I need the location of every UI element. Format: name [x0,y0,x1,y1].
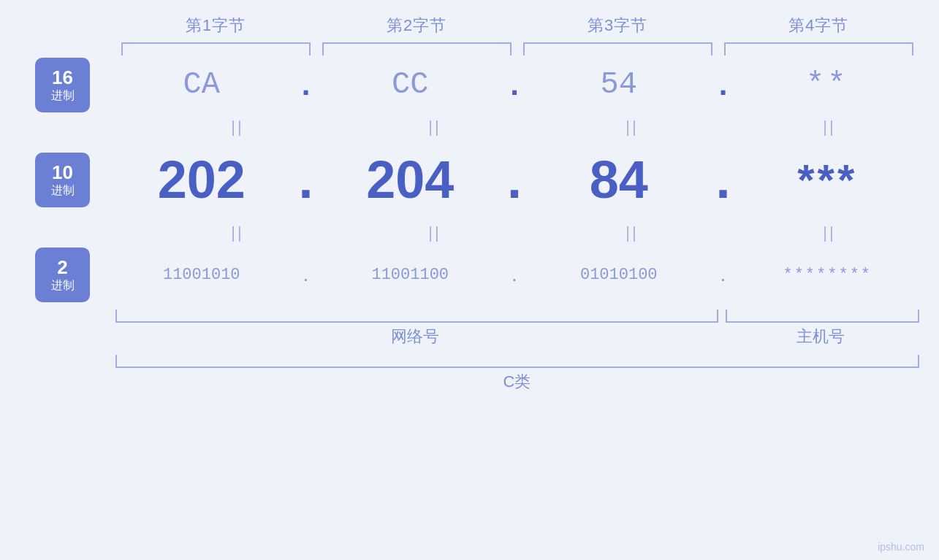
dec-val-4: *** [797,156,857,204]
eq-sign-7: || [626,223,638,242]
eq-cell-6: || [351,223,519,242]
dec-val-3: 84 [590,150,648,209]
class-bracket-row: C类 [115,355,919,393]
hex-row: 16 进制 CA . CC . 54 . ** [0,55,939,114]
bracket-1 [121,42,311,55]
eq-sign-4: || [823,118,835,136]
eq-sign-2: || [428,118,441,136]
hex-val-4: ** [806,67,848,102]
equals-row-1: || || || || [132,114,935,139]
dec-cells: 202 . 204 . 84 . *** [90,150,939,210]
dec-cell-2: 204 [321,150,501,210]
hex-dot-icon-1: . [302,67,311,101]
hex-dot-2: . [500,67,529,102]
col-header-2: 第2字节 [316,15,517,42]
host-bracket [726,310,919,323]
bottom-brackets [115,310,919,323]
col-header-4: 第4字节 [718,15,919,42]
dec-cell-4: *** [738,155,918,205]
dec-badge-num: 10 [52,162,73,183]
hex-dot-icon-2: . [510,67,519,101]
bin-cell-4: ******** [738,266,918,284]
eq-cell-1: || [153,118,322,137]
eq-sign-8: || [823,223,835,242]
dec-cell-3: 84 [529,150,709,210]
dec-dot-3: . [709,150,738,210]
dec-badge: 10 进制 [35,153,90,207]
column-headers: 第1字节 第2字节 第3字节 第4字节 [115,15,919,42]
eq-sign-3: || [626,118,638,136]
bin-dot-3: . [709,263,738,286]
top-brackets [115,42,919,55]
eq-cell-2: || [351,118,519,137]
bottom-section: 网络号 主机号 [115,310,919,348]
watermark: ipshu.com [878,541,924,553]
dec-dot-icon-1: . [298,150,313,209]
hex-badge-unit: 进制 [51,88,75,102]
hex-badge-num: 16 [52,67,73,88]
hex-badge: 16 进制 [35,58,90,112]
dec-dot-2: . [500,150,529,210]
hex-val-2: CC [392,67,428,102]
hex-dot-icon-3: . [719,67,728,101]
bin-cell-1: 11001010 [112,266,292,284]
hex-dot-3: . [709,67,738,102]
host-label: 主机号 [722,326,919,348]
bin-dot-icon-2: . [512,263,517,285]
dec-cell-1: 202 [112,150,292,210]
hex-val-1: CA [183,67,220,102]
bin-row: 2 进制 11001010 . 11001100 . 01010100 . [0,245,939,304]
eq-sign-6: || [428,223,441,242]
main-container: 第1字节 第2字节 第3字节 第4字节 16 进制 CA . CC . [0,0,939,560]
bin-val-4: ******** [783,266,872,284]
eq-cell-8: || [745,223,913,242]
bin-cell-2: 11001100 [321,266,501,284]
dec-badge-unit: 进制 [51,183,75,197]
hex-cell-1: CA [112,67,292,102]
bin-dot-icon-1: . [303,263,309,285]
eq-sign-5: || [231,223,243,242]
bottom-labels: 网络号 主机号 [115,326,919,348]
bin-val-3: 01010100 [580,266,658,284]
hex-cells: CA . CC . 54 . ** [90,67,939,102]
hex-dot-1: . [292,67,321,102]
equals-row-2: || || || || [132,220,935,245]
bin-val-2: 11001100 [371,266,449,284]
class-bracket [115,355,919,368]
class-label: C类 [115,371,919,393]
bin-dot-icon-3: . [721,263,726,285]
bracket-3 [523,42,712,55]
bin-badge: 2 进制 [35,248,90,302]
hex-cell-2: CC [321,67,501,102]
eq-cell-4: || [745,118,913,137]
network-label: 网络号 [115,326,715,348]
col-header-3: 第3字节 [517,15,718,42]
eq-cell-5: || [153,223,322,242]
col-header-1: 第1字节 [115,15,316,42]
bin-dot-2: . [500,263,529,286]
hex-val-3: 54 [601,67,637,102]
bracket-4 [724,42,913,55]
dec-val-2: 204 [366,150,454,209]
eq-cell-3: || [548,118,716,137]
dec-dot-icon-2: . [507,150,522,209]
dec-dot-1: . [292,150,321,210]
eq-sign-1: || [231,118,243,136]
bracket-2 [322,42,512,55]
bin-cell-3: 01010100 [529,266,709,284]
bin-badge-num: 2 [57,257,67,278]
bin-cells: 11001010 . 11001100 . 01010100 . *******… [90,263,939,286]
eq-cell-7: || [548,223,716,242]
bin-badge-unit: 进制 [51,278,75,292]
bin-val-1: 11001010 [163,266,240,284]
dec-dot-icon-3: . [715,150,730,209]
hex-cell-3: 54 [529,67,709,102]
network-bracket [115,310,718,323]
dec-row: 10 进制 202 . 204 . 84 . *** [0,139,939,220]
hex-cell-4: ** [738,67,918,102]
dec-val-1: 202 [158,150,246,209]
bin-dot-1: . [292,263,321,286]
